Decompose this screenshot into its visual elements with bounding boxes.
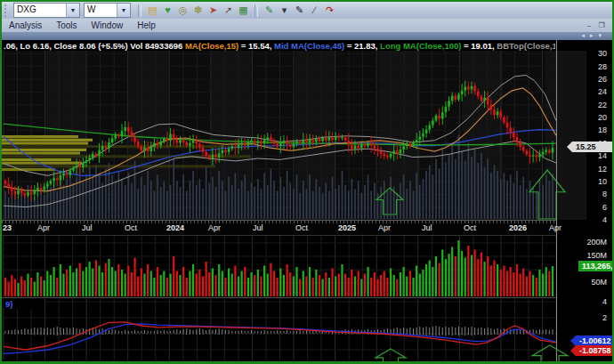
send-icon[interactable]: ➤ <box>206 4 220 17</box>
last-price-tag: 15.25 <box>572 142 613 152</box>
legend-segment: Mid MA(Close,45) <box>274 41 344 51</box>
price-axis-label: 22 <box>571 101 607 109</box>
oscillator-axis-label: 4 <box>571 297 607 306</box>
legend-segment: BBTop(Close,15,2) <box>497 41 555 51</box>
x-axis-label: Apr <box>378 223 391 232</box>
price-axis-label: 4 <box>571 215 607 224</box>
x-axis-label: Apr <box>208 223 221 232</box>
x-axis-label: 2026 <box>509 223 527 232</box>
child-window-controls: ‒❐ <box>584 21 612 29</box>
oscillator-value: = -2.59 <box>12 299 41 309</box>
price-axis-label: 18 <box>571 125 607 134</box>
x-axis-label: Jul <box>82 223 93 232</box>
restore-icon[interactable]: ❐ <box>596 21 607 29</box>
chevron-down-icon[interactable]: ▼ <box>66 4 79 17</box>
minimize-icon[interactable]: ‒ <box>584 21 594 29</box>
price-axis-label: 10 <box>571 177 607 186</box>
legend-segment: .06, Lo 6.16, Close 8.06 (+5.5%) Vol 849… <box>4 41 185 51</box>
timeframe-value[interactable]: W <box>85 4 117 17</box>
legend-segment: MA(Close,15) <box>185 41 238 51</box>
pointer-icon[interactable]: ➚ <box>222 4 235 17</box>
toolbar: DXG ▼ W ▼ ▤♥◎✽➤➚▦ ✎▾✎∕↷ <box>2 2 612 19</box>
up-arrow-annotation <box>532 345 568 362</box>
legend-segment: 19.01 <box>471 41 492 51</box>
volume-axis-label: 200M <box>571 238 607 247</box>
chevron-down-icon[interactable]: ▾ <box>278 4 291 17</box>
toolbar-separator <box>138 4 141 17</box>
menu-analysis[interactable]: Analysis <box>2 20 49 31</box>
symbol-combo[interactable]: DXG ▼ <box>13 3 80 18</box>
volume-tag: 113,265,2 <box>578 261 614 271</box>
line-tool-icon[interactable]: ∕ <box>308 4 321 17</box>
legend-segment: = <box>344 41 354 51</box>
trendline-green-icon[interactable]: ✎ <box>263 4 276 17</box>
toolbar-grip <box>4 4 11 17</box>
pencil-icon[interactable]: ✎ <box>293 4 306 17</box>
toolbar-separator <box>254 4 258 17</box>
price-axis-label: 26 <box>571 75 607 84</box>
chart-canvas[interactable] <box>2 40 612 362</box>
x-axis-label: Oct <box>295 223 308 232</box>
x-axis-label: Apr <box>549 223 561 232</box>
price-axis-label: 14 <box>571 151 607 160</box>
pane-nav-arrows[interactable]: ◂ ▸ ▾ <box>582 32 603 39</box>
x-axis-label: 2025 <box>338 223 356 232</box>
price-axis-label: 24 <box>571 87 607 96</box>
price-axis-label: 28 <box>571 62 607 71</box>
page-icon[interactable]: ▤ <box>146 4 159 17</box>
price-axis-label: 12 <box>571 165 607 174</box>
binoculars-icon[interactable]: ◎ <box>176 4 190 17</box>
app-window: DXG ▼ W ▼ ▤♥◎✽➤➚▦ ✎▾✎∕↷ AnalysisToolsWin… <box>0 0 614 364</box>
legend-segment: 15.54 <box>248 41 270 51</box>
eraser-icon[interactable]: ↷ <box>323 4 336 17</box>
mdi-strip: ◂ ▸ ▾ <box>2 32 612 40</box>
volume-axis-label: 50M <box>571 278 607 287</box>
oscillator-axis-label: 2 <box>571 313 607 322</box>
price-axis-label: 20 <box>571 113 607 122</box>
legend-segment: = <box>238 41 248 51</box>
price-axis-label: 8 <box>571 190 607 198</box>
favorite-icon[interactable]: ♥ <box>161 4 174 17</box>
x-axis-label: 23 <box>3 223 12 232</box>
grid-icon[interactable]: ▦ <box>237 4 250 17</box>
drawing-tools-group: ✎▾✎∕↷ <box>262 4 337 17</box>
timeframe-combo[interactable]: W ▼ <box>84 3 131 18</box>
volume-axis-label: 150M <box>571 251 607 260</box>
x-axis-label: 2024 <box>166 223 184 232</box>
x-axis-label: Oct <box>125 223 137 232</box>
x-axis-label: Apr <box>37 223 50 232</box>
window-border-left <box>0 0 2 364</box>
chevron-down-icon[interactable]: ▼ <box>117 4 130 17</box>
oscillator-red-tag: -1.08758 <box>576 345 614 356</box>
chart-region[interactable]: .06, Lo 6.16, Close 8.06 (+5.5%) Vol 849… <box>2 40 612 362</box>
indicator-legend: .06, Lo 6.16, Close 8.06 (+5.5%) Vol 849… <box>4 41 555 51</box>
x-axis-label: Oct <box>464 223 476 232</box>
x-axis-label: Jul <box>422 223 432 232</box>
window-border-top <box>0 0 614 2</box>
price-axis-label: 30 <box>571 49 607 58</box>
menu-help[interactable]: Help <box>130 20 163 31</box>
menu-bar: AnalysisToolsWindowHelp ‒❐ <box>2 19 612 32</box>
oscillator-header: 9) = -2.59 <box>4 299 44 309</box>
price-axis-label: 6 <box>571 203 607 212</box>
menu-tools[interactable]: Tools <box>49 20 84 31</box>
symbol-value[interactable]: DXG <box>14 4 66 17</box>
flower-icon[interactable]: ✽ <box>191 4 205 17</box>
legend-segment: = <box>461 41 471 51</box>
legend-segment: 21.83 <box>354 41 376 51</box>
menu-window[interactable]: Window <box>85 20 131 31</box>
price-axis-divider <box>556 40 557 361</box>
toolbar-icon-group: ▤♥◎✽➤➚▦ <box>145 4 251 17</box>
x-axis-label: Jul <box>253 223 263 232</box>
legend-segment: Long MA(Close,100) <box>380 41 461 51</box>
